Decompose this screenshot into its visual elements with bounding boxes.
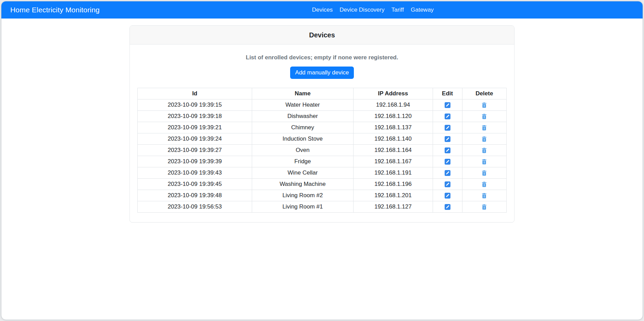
delete-button[interactable] [481,181,487,187]
device-ip-cell: 192.168.1.140 [354,133,433,145]
delete-button[interactable] [481,193,487,199]
nav-item-devices[interactable]: Devices [309,7,336,13]
delete-button[interactable] [481,114,487,119]
devices-card: Devices List of enrolled devices; empty … [129,25,515,223]
device-name-cell: Induction Stove [252,133,353,145]
devices-subtitle: List of enrolled devices; empty if none … [137,54,507,61]
device-id-cell: 2023-10-09 19:39:24 [138,133,252,145]
app-title[interactable]: Home Electricity Monitoring [10,6,100,14]
device-ip-cell: 192.168.1.120 [354,111,433,122]
pencil-square-icon [445,160,450,166]
column-header-id: Id [138,88,252,99]
device-name-cell: Living Room #1 [252,201,353,213]
device-id-cell: 2023-10-09 19:39:18 [138,111,252,122]
device-name-cell: Fridge [252,156,353,167]
delete-button[interactable] [481,147,487,153]
table-row: 2023-10-09 19:39:43 Wine Cellar 192.168.… [138,167,507,179]
nav-item-device-discovery[interactable]: Device Discovery [336,7,388,13]
edit-button[interactable] [445,114,450,119]
device-name-cell: Chimney [252,122,353,133]
trash-icon [481,115,487,120]
trash-icon [481,172,487,177]
nav-links: Devices Device Discovery Tariff Gateway [309,1,437,19]
device-id-cell: 2023-10-09 19:39:48 [138,190,252,201]
device-ip-cell: 192.168.1.196 [354,179,433,190]
pencil-square-icon [445,206,450,211]
pencil-square-icon [445,172,450,177]
device-id-cell: 2023-10-09 19:39:27 [138,145,252,156]
device-id-cell: 2023-10-09 19:39:15 [138,99,252,111]
table-row: 2023-10-09 19:39:27 Oven 192.168.1.164 [138,145,507,156]
app-window: Home Electricity Monitoring Devices Devi… [1,1,643,320]
column-header-edit: Edit [433,88,462,99]
card-title: Devices [130,26,514,45]
table-row: 2023-10-09 19:39:21 Chimney 192.168.1.13… [138,122,507,133]
nav-item-gateway[interactable]: Gateway [407,7,437,13]
table-row: 2023-10-09 19:39:48 Living Room #2 192.1… [138,190,507,201]
edit-button[interactable] [445,136,450,142]
table-row: 2023-10-09 19:56:53 Living Room #1 192.1… [138,201,507,213]
device-name-cell: Water Heater [252,99,353,111]
device-name-cell: Oven [252,145,353,156]
edit-button[interactable] [445,193,450,199]
trash-icon [481,160,487,166]
device-ip-cell: 192.168.1.137 [354,122,433,133]
device-id-cell: 2023-10-09 19:39:43 [138,167,252,179]
device-id-cell: 2023-10-09 19:39:39 [138,156,252,167]
delete-button[interactable] [481,136,487,142]
pencil-square-icon [445,138,450,143]
trash-icon [481,104,487,109]
device-name-cell: Living Room #2 [252,190,353,201]
device-ip-cell: 192.168.1.191 [354,167,433,179]
delete-button[interactable] [481,159,487,165]
delete-button[interactable] [481,204,487,210]
edit-button[interactable] [445,159,450,165]
device-ip-cell: 192.168.1.94 [354,99,433,111]
edit-button[interactable] [445,125,450,131]
top-navbar: Home Electricity Monitoring Devices Devi… [1,1,643,19]
pencil-square-icon [445,183,450,188]
column-header-delete: Delete [462,88,506,99]
add-device-button[interactable]: Add manually device [290,67,354,79]
device-name-cell: Wine Cellar [252,167,353,179]
device-ip-cell: 192.168.1.167 [354,156,433,167]
trash-icon [481,183,487,188]
device-id-cell: 2023-10-09 19:56:53 [138,201,252,213]
device-name-cell: Dishwasher [252,111,353,122]
column-header-ip: IP Address [354,88,433,99]
trash-icon [481,194,487,200]
pencil-square-icon [445,104,450,109]
table-row: 2023-10-09 19:39:45 Washing Machine 192.… [138,179,507,190]
trash-icon [481,138,487,143]
pencil-square-icon [445,127,450,132]
table-row: 2023-10-09 19:39:18 Dishwasher 192.168.1… [138,111,507,122]
device-name-cell: Washing Machine [252,179,353,190]
device-id-cell: 2023-10-09 19:39:21 [138,122,252,133]
delete-button[interactable] [481,125,487,131]
delete-button[interactable] [481,170,487,176]
table-row: 2023-10-09 19:39:24 Induction Stove 192.… [138,133,507,145]
devices-table: Id Name IP Address Edit Delete 2023-10-0… [137,88,507,213]
trash-icon [481,206,487,211]
table-header-row: Id Name IP Address Edit Delete [138,88,507,99]
edit-button[interactable] [445,181,450,187]
nav-item-tariff[interactable]: Tariff [388,7,407,13]
card-body: List of enrolled devices; empty if none … [130,45,514,222]
edit-button[interactable] [445,170,450,176]
pencil-square-icon [445,149,450,154]
device-ip-cell: 192.168.1.127 [354,201,433,213]
pencil-square-icon [445,115,450,120]
table-row: 2023-10-09 19:39:39 Fridge 192.168.1.167 [138,156,507,167]
device-id-cell: 2023-10-09 19:39:45 [138,179,252,190]
trash-icon [481,149,487,154]
trash-icon [481,127,487,132]
delete-button[interactable] [481,102,487,108]
column-header-name: Name [252,88,353,99]
edit-button[interactable] [445,147,450,153]
pencil-square-icon [445,194,450,200]
table-row: 2023-10-09 19:39:15 Water Heater 192.168… [138,99,507,111]
edit-button[interactable] [445,204,450,210]
edit-button[interactable] [445,102,450,108]
device-ip-cell: 192.168.1.201 [354,190,433,201]
device-ip-cell: 192.168.1.164 [354,145,433,156]
